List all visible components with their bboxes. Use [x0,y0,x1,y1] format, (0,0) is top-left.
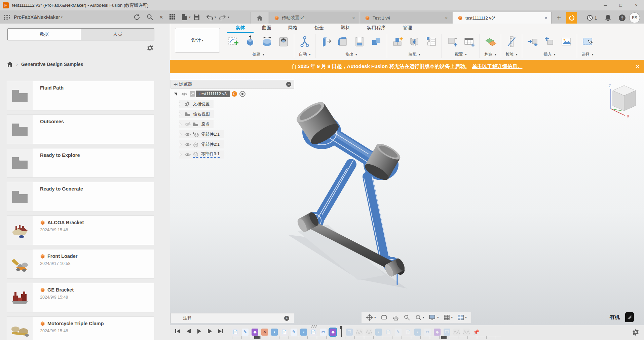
tree-row-origin[interactable]: 原点 [179,120,214,128]
group-caret[interactable]: ▾ [592,53,594,56]
feature-sketch-icon[interactable]: ✎ [395,329,402,336]
doc-tab-2[interactable]: Test 1 v4 × [360,12,452,24]
extrude-button[interactable] [243,34,257,49]
collapse-all-icon[interactable]: ◀◀ [174,83,177,86]
feature-mirror-icon[interactable]: ⋀⋀ [453,329,460,336]
feature-combine-icon[interactable]: ❐ [444,329,450,336]
select-button[interactable] [580,34,595,49]
ribbon-tab-solid[interactable]: 实体 [227,24,254,33]
group-caret[interactable]: ▾ [355,53,357,56]
expand-closed-icon[interactable] [179,102,182,106]
group-caret[interactable]: ▾ [465,53,467,56]
group-label[interactable]: 构造 [485,52,493,57]
zoom-window-caret[interactable]: ▾ [423,316,424,319]
tree-row-component-2[interactable]: 零部件2:1 [179,140,224,148]
home-tab-button[interactable] [251,12,268,24]
display-caret[interactable]: ▾ [437,316,439,319]
grid-settings-icon[interactable]: ▾ [442,314,455,321]
file-menu-icon[interactable] [182,14,187,21]
rollback-pin-icon[interactable]: 📌 [473,329,480,336]
feature-revolve-icon[interactable]: ◖ [414,329,421,336]
timeline-playhead[interactable] [340,327,342,337]
timeline-group-marker[interactable] [254,336,260,339]
combine-button[interactable] [369,34,383,49]
tab-data[interactable]: 数据 [8,29,81,40]
tree-row-component-3-selected[interactable]: 零部件3:1 [179,150,224,159]
comments-bar[interactable]: 注释 + [171,313,294,323]
press-pull-button[interactable] [319,34,333,49]
viewports-caret[interactable]: ▾ [465,316,467,319]
step-back-button[interactable] [185,328,192,335]
expand-closed-icon[interactable] [179,123,182,126]
new-component-button[interactable] [390,34,405,49]
shell-button[interactable] [352,34,367,49]
feature-mirror-icon[interactable]: ⋀⋀ [366,329,372,336]
tree-row-named-views[interactable]: 命名视图 [179,110,214,118]
job-status-button[interactable] [566,12,577,24]
visibility-eye-icon[interactable] [181,92,187,96]
workspace-switcher[interactable]: 设计 ▾ [175,28,220,53]
feature-sketch-icon[interactable]: ✎ [291,329,297,336]
notifications-bell-button[interactable] [605,12,611,24]
feature-new-component-icon[interactable]: 📄 [281,329,288,336]
group-label[interactable]: 创建 [253,52,261,57]
insert-canvas-button[interactable] [559,34,573,49]
visibility-eye-icon[interactable] [185,132,191,137]
group-caret[interactable]: ▾ [419,53,420,56]
list-item-design[interactable]: ALCOA Bracket 2024/9/9 15:48 [7,215,154,245]
doc-tab-close-icon[interactable]: × [445,15,448,21]
display-settings-icon[interactable]: ▾ [427,314,441,321]
breadcrumb-current[interactable]: Generative Design Samples [21,62,83,67]
timeline-scrub-track[interactable] [232,336,501,339]
list-item-folder[interactable]: Ready to Generate [7,182,154,211]
step-forward-button[interactable] [206,328,213,335]
view-cube[interactable]: Z X [605,80,641,119]
expand-closed-icon[interactable] [179,153,182,156]
group-caret[interactable]: ▾ [263,53,264,56]
comments-expand-icon[interactable]: + [284,316,289,321]
zoom-icon[interactable] [402,314,412,321]
group-caret[interactable]: ▾ [516,53,518,56]
go-to-end-button[interactable] [217,328,224,335]
active-component-radio[interactable] [239,91,245,97]
avatar[interactable]: FS [629,12,640,23]
expand-open-icon[interactable] [174,93,177,96]
bom-button[interactable] [424,34,438,49]
insert-derive-button[interactable] [526,34,540,49]
panel-settings-gear-icon[interactable] [147,44,154,52]
orbit-caret[interactable]: ▾ [374,316,376,319]
ribbon-tab-surface[interactable]: 曲面 [254,24,280,32]
save-icon[interactable] [194,14,200,20]
feature-split-icon[interactable]: ✂ [320,329,327,336]
redo-icon[interactable] [219,14,226,20]
team-switcher[interactable]: ProFabX&NexMaker ▾ [3,10,63,24]
group-label[interactable]: 修改 [345,52,353,57]
group-label[interactable]: 装配 [409,52,417,57]
close-window-button[interactable]: × [629,0,644,10]
tree-row-component-1[interactable]: 零部件1:1 [179,130,224,138]
feature-revolve-icon[interactable]: ◖ [375,329,382,336]
list-item-design[interactable]: Motorcycle Triple Clamp 2024/9/9 15:48 [7,316,154,340]
group-caret[interactable]: ▾ [309,53,311,56]
play-button[interactable] [195,328,202,335]
go-to-start-button[interactable] [174,328,181,335]
feedback-icon[interactable] [625,312,634,322]
redo-caret[interactable]: ▾ [228,15,229,19]
feature-split-icon[interactable]: ✂ [424,329,431,336]
zoom-window-icon[interactable]: ▾ [413,314,426,321]
visibility-eye-icon[interactable] [185,142,191,147]
group-caret[interactable]: ▾ [554,53,556,56]
maximize-button[interactable]: □ [613,0,629,10]
feature-new-component-icon[interactable]: 📄 [405,329,411,336]
revolve-button[interactable] [260,34,274,49]
configure-button[interactable] [445,34,459,49]
close-search-icon[interactable]: × [159,13,163,21]
ribbon-tab-sheetmetal[interactable]: 钣金 [306,24,332,32]
joint-button[interactable] [407,34,421,49]
feature-form-icon-selected[interactable]: ◆ [330,329,336,336]
insert-mesh-button[interactable] [542,34,557,49]
help-button[interactable]: ? [618,12,626,24]
look-at-icon[interactable] [379,314,389,321]
viewports-icon[interactable]: ▾ [456,314,468,320]
pan-hand-icon[interactable] [390,314,401,321]
